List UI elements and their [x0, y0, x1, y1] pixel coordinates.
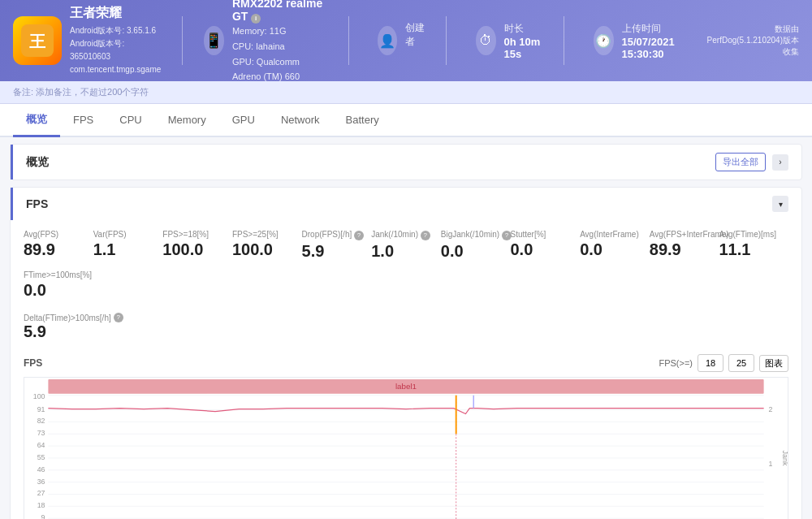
stat-drop-fps-label: Drop(FPS)[/h] ?: [302, 230, 365, 240]
fps-controls: FPS(>=) 图表: [659, 354, 788, 372]
stat-ftime100-label: FTime>=100ms[%]: [24, 270, 782, 279]
stat-stutter-label: Stutter[%]: [510, 230, 573, 239]
duration-value: 0h 10m 15s: [504, 36, 543, 60]
stat-var-fps: Var(FPS) 1.1: [93, 227, 163, 267]
duration-icon: ⏱: [476, 26, 495, 55]
svg-text:2: 2: [769, 405, 773, 413]
stat-avg-fps: Avg(FPS) 89.9: [24, 227, 93, 267]
app-icon: 王: [13, 16, 62, 65]
stat-ftime100-value: 0.0: [24, 281, 782, 300]
stat-stutter-value: 0.0: [510, 240, 573, 259]
creator-icon: 👤: [378, 26, 397, 55]
tab-overview[interactable]: 概览: [13, 104, 60, 137]
svg-text:46: 46: [37, 465, 45, 474]
app-header: 王 王者荣耀 Android版本号: 3.65.1.6 Android版本号: …: [0, 0, 812, 81]
jank-info-icon[interactable]: ?: [421, 231, 430, 240]
export-button[interactable]: 导出全部: [715, 153, 766, 171]
app-info: 王 王者荣耀 Android版本号: 3.65.1.6 Android版本号: …: [13, 5, 161, 76]
fps-collapse-btn[interactable]: ▾: [772, 196, 788, 212]
app-details: 王者荣耀 Android版本号: 3.65.1.6 Android版本号: 36…: [70, 5, 161, 76]
svg-text:36: 36: [37, 478, 45, 486]
stat-avg-ftime: Avg(FTime)[ms] 11.1: [719, 227, 788, 267]
stat-jank: Jank(/10min) ? 1.0: [371, 227, 441, 267]
overview-title: 概览: [26, 155, 49, 170]
stat-avg-fps-interframe: Avg(FPS+InterFrame) 89.9: [650, 227, 719, 267]
fps-val1-input[interactable]: [698, 354, 723, 372]
upload-value: 15/07/2021 15:30:30: [622, 36, 689, 60]
fps-chart-svg: label1 100 91 8: [24, 378, 788, 519]
svg-text:18: 18: [37, 501, 45, 509]
device-info: 📱 RMX2202 realme GT i Memory: 11G CPU: l…: [204, 0, 327, 84]
duration-label: 时长: [504, 22, 543, 36]
delta-value: 5.9: [24, 322, 788, 341]
tab-network[interactable]: Network: [268, 106, 333, 136]
svg-text:91: 91: [37, 405, 45, 413]
device-name: RMX2202 realme GT i: [232, 0, 327, 24]
device-icon: 📱: [204, 26, 224, 55]
overview-section: 概览 导出全部 ›: [10, 144, 802, 180]
perfdog-notice: 数据由PerfDog(5.1.210204)版本收集: [706, 24, 799, 58]
fps-section-title: FPS: [26, 197, 48, 210]
app-meta: Android版本号: 3.65.1.6 Android版本号: 3650106…: [70, 24, 161, 76]
android-version-label: Android版本号:: [70, 26, 124, 35]
device-memory: Memory: 11G: [232, 24, 327, 39]
header-divider-3: [446, 16, 447, 65]
package-name: com.tencent.tmgp.sgame: [70, 65, 161, 74]
creator-stat: 👤 创建者: [378, 21, 425, 61]
overview-collapse-btn[interactable]: ›: [772, 154, 788, 171]
delta-info-icon[interactable]: ?: [114, 313, 123, 322]
notes-placeholder: 备注: 添加备注，不超过200个字符: [13, 87, 149, 97]
app-name: 王者荣耀: [70, 5, 161, 22]
notes-bar: 备注: 添加备注，不超过200个字符: [0, 81, 812, 104]
svg-text:73: 73: [37, 429, 45, 437]
stat-avg-fps-interframe-label: Avg(FPS+InterFrame): [650, 230, 713, 239]
fps-chart-title: FPS: [24, 357, 42, 369]
svg-text:9: 9: [41, 513, 45, 519]
fps-section: FPS ▾ Avg(FPS) 89.9 Var(FPS) 1.1 FPS>=18…: [10, 187, 802, 519]
upload-icon: 🕐: [594, 26, 614, 55]
fps-val2-input[interactable]: [728, 354, 754, 372]
svg-text:label1: label1: [395, 382, 417, 391]
svg-text:82: 82: [37, 417, 45, 425]
header-divider-4: [564, 16, 564, 65]
creator-details: 创建者: [405, 21, 425, 61]
duration-stat: ⏱ 时长 0h 10m 15s: [476, 22, 542, 60]
stat-avg-fps-value: 89.9: [24, 240, 87, 259]
drop-fps-info-icon[interactable]: ?: [354, 231, 364, 240]
fps-chart-container[interactable]: label1 100 91 8: [24, 377, 788, 519]
stat-drop-fps: Drop(FPS)[/h] ? 5.9: [302, 227, 372, 267]
svg-text:64: 64: [37, 441, 45, 449]
svg-text:27: 27: [37, 489, 45, 497]
stat-ftime100: FTime>=100ms[%] 0.0: [24, 267, 788, 306]
stat-fps18-value: 100.0: [162, 240, 226, 259]
chart-view-button[interactable]: 图表: [759, 355, 788, 372]
stat-fps18-label: FPS>=18[%]: [162, 230, 226, 239]
stat-avg-ftime-label: Avg(FTime)[ms]: [719, 230, 782, 239]
stat-bigjank-value: 0.0: [441, 242, 504, 261]
fps-chart-area: FPS FPS(>=) 图表 label1: [11, 348, 801, 519]
device-info-icon[interactable]: i: [251, 14, 261, 24]
upload-stat: 🕐 上传时间 15/07/2021 15:30:30: [594, 22, 689, 60]
perfdog-text: 数据由PerfDog(5.1.210204)版本收集: [707, 24, 799, 56]
svg-text:1: 1: [769, 460, 773, 468]
stat-fps18: FPS>=18[%] 100.0: [162, 227, 232, 267]
svg-text:55: 55: [37, 453, 45, 461]
svg-text:Jank: Jank: [781, 451, 788, 466]
tab-memory[interactable]: Memory: [155, 106, 219, 136]
stat-avg-interframe-value: 0.0: [580, 240, 643, 259]
fps-gte-label: FPS(>=): [659, 358, 693, 368]
tab-fps[interactable]: FPS: [60, 106, 106, 136]
android-build-label: Android版本号:: [70, 39, 124, 48]
tab-cpu[interactable]: CPU: [106, 106, 154, 136]
stat-avg-fps-interframe-value: 89.9: [650, 240, 713, 259]
tab-gpu[interactable]: GPU: [219, 106, 268, 136]
stat-stutter: Stutter[%] 0.0: [510, 227, 580, 267]
svg-text:100: 100: [33, 392, 45, 400]
tab-battery[interactable]: Battery: [333, 106, 392, 136]
tab-bar: 概览 FPS CPU Memory GPU Network Battery: [0, 104, 812, 137]
stat-bigjank: BigJank(/10min) ? 0.0: [441, 227, 511, 267]
main-content: 概览 导出全部 › FPS ▾ Avg(FPS) 89.9 Var(FPS) 1…: [0, 137, 812, 519]
device-cpu: CPU: lahaina: [232, 39, 327, 54]
upload-label: 上传时间: [622, 22, 689, 36]
overview-header: 概览 导出全部 ›: [11, 145, 801, 179]
